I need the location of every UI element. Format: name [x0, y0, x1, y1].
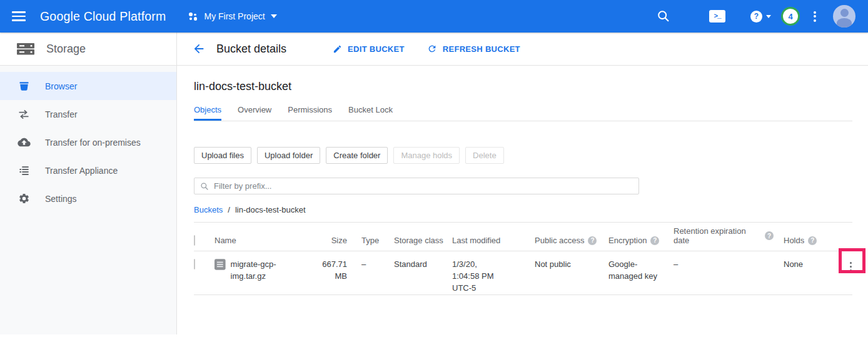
file-icon	[214, 259, 226, 270]
bucket-name-heading: lin-docs-test-bucket	[194, 80, 852, 93]
column-header-type: Type	[361, 236, 386, 245]
upload-files-button[interactable]: Upload files	[194, 147, 251, 164]
cell-encryption: Google-managed key	[608, 259, 666, 283]
sidebar-item-browser[interactable]: Browser	[0, 72, 176, 100]
tab-bar: Objects Overview Permissions Bucket Lock	[194, 101, 852, 121]
sidebar-item-transfer-on-premises[interactable]: Transfer for on-premises	[0, 128, 176, 156]
cell-type: –	[361, 259, 386, 271]
cell-last-modified: 1/3/20, 1:04:58 PM UTC-5	[452, 259, 502, 294]
help-icon[interactable]: ?	[650, 236, 659, 245]
sidebar-item-label: Transfer Appliance	[45, 166, 118, 176]
table-header-row: Name Size Type Storage class Last modifi…	[194, 222, 852, 251]
sidebar-item-label: Transfer	[45, 109, 78, 119]
cell-storage-class: Standard	[394, 259, 444, 271]
column-header-storage-class: Storage class	[394, 236, 444, 245]
create-folder-button[interactable]: Create folder	[326, 147, 388, 164]
project-name: My First Project	[204, 11, 265, 21]
project-icon	[189, 12, 198, 21]
help-icon[interactable]: ?	[808, 236, 817, 245]
tab-bucket-lock[interactable]: Bucket Lock	[348, 101, 393, 121]
search-icon	[200, 182, 209, 191]
help-icon: ?	[750, 11, 762, 23]
sidebar-item-transfer-appliance[interactable]: Transfer Appliance	[0, 156, 176, 184]
chevron-down-icon	[766, 15, 771, 18]
objects-table: Name Size Type Storage class Last modifi…	[194, 222, 852, 295]
refresh-bucket-button[interactable]: REFRESH BUCKET	[427, 44, 520, 54]
sidebar-item-label: Settings	[45, 194, 77, 204]
back-button[interactable]	[192, 42, 206, 56]
tab-permissions[interactable]: Permissions	[288, 101, 332, 121]
filter-prefix-field[interactable]	[194, 178, 639, 194]
sidebar: Browser Transfer Transfer for on-premise…	[0, 66, 177, 334]
column-header-name: Name	[214, 236, 310, 245]
object-actions-toolbar: Upload files Upload folder Create folder…	[194, 147, 852, 164]
project-selector[interactable]: My First Project	[189, 11, 276, 21]
cloud-shell-icon[interactable]: >_	[709, 10, 725, 23]
storage-product-icon	[16, 41, 35, 56]
row-checkbox[interactable]	[194, 259, 195, 269]
manage-holds-button: Manage holds	[393, 147, 460, 164]
avatar[interactable]	[833, 5, 855, 28]
page-title: Bucket details	[216, 43, 286, 56]
column-header-last-modified: Last modified	[452, 236, 502, 245]
app-header-bar: Storage Bucket details EDIT BUCKET REFRE…	[0, 33, 868, 66]
breadcrumb: Buckets / lin-docs-test-bucket	[194, 205, 852, 214]
object-name-link[interactable]: migrate-gcp-img.tar.gz	[231, 259, 310, 283]
appliance-list-icon	[16, 164, 31, 176]
chevron-down-icon	[271, 14, 277, 18]
row-overflow-menu-icon[interactable]	[850, 260, 852, 273]
sidebar-item-label: Transfer for on-premises	[45, 138, 141, 148]
breadcrumb-separator: /	[228, 205, 230, 214]
product-header: Storage	[0, 33, 177, 65]
gear-icon	[16, 193, 31, 204]
column-header-size: Size	[316, 236, 347, 245]
hamburger-menu-icon[interactable]	[12, 6, 26, 26]
cell-public-access: Not public	[535, 259, 597, 271]
sidebar-item-transfer[interactable]: Transfer	[0, 100, 176, 128]
table-row: migrate-gcp-img.tar.gz 667.71 MB – Stand…	[194, 251, 852, 295]
gcp-logo[interactable]: Google Cloud Platform	[40, 9, 166, 24]
upload-folder-button[interactable]: Upload folder	[257, 147, 320, 164]
search-icon[interactable]	[657, 9, 670, 23]
bucket-icon	[16, 80, 31, 92]
cell-retention-expiration-date: –	[674, 259, 774, 271]
swap-arrows-icon	[16, 108, 31, 121]
tab-overview[interactable]: Overview	[238, 101, 271, 121]
cell-holds: None	[784, 259, 829, 271]
select-all-checkbox[interactable]	[194, 235, 195, 246]
sidebar-item-settings[interactable]: Settings	[0, 184, 176, 213]
column-header-holds: Holds	[784, 236, 804, 245]
breadcrumb-buckets-link[interactable]: Buckets	[194, 205, 223, 214]
cloud-upload-icon	[16, 137, 31, 148]
sidebar-item-label: Browser	[45, 81, 77, 91]
refresh-icon	[427, 44, 437, 54]
main-content: lin-docs-test-bucket Objects Overview Pe…	[178, 66, 868, 362]
help-icon[interactable]: ?	[588, 236, 597, 245]
edit-bucket-button[interactable]: EDIT BUCKET	[333, 44, 405, 54]
overflow-menu-icon[interactable]	[814, 9, 816, 23]
column-header-retention-expiration-date: Retention expiration date	[674, 226, 761, 245]
filter-prefix-input[interactable]	[214, 181, 633, 191]
top-navigation-bar: Google Cloud Platform My First Project >…	[0, 0, 868, 33]
product-name: Storage	[46, 43, 86, 56]
breadcrumb-current: lin-docs-test-bucket	[235, 205, 306, 214]
column-header-public-access: Public access	[535, 236, 584, 245]
column-header-encryption: Encryption	[608, 236, 647, 245]
help-menu[interactable]: ?	[750, 11, 771, 23]
tab-objects[interactable]: Objects	[194, 101, 221, 121]
cell-size: 667.71 MB	[316, 259, 347, 283]
help-icon[interactable]: ?	[765, 231, 774, 240]
notification-badge[interactable]: 4	[781, 7, 800, 26]
delete-button: Delete	[465, 147, 504, 164]
pencil-icon	[333, 44, 342, 54]
